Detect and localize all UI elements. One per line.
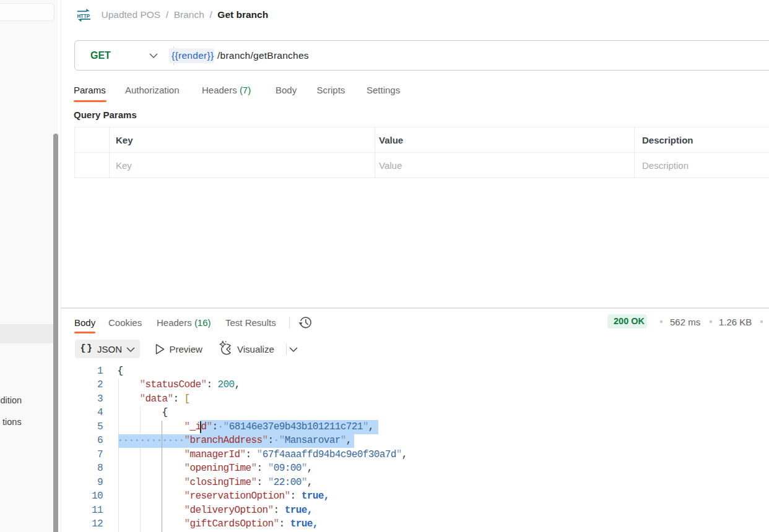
svg-text:HTTP: HTTP: [77, 12, 90, 19]
